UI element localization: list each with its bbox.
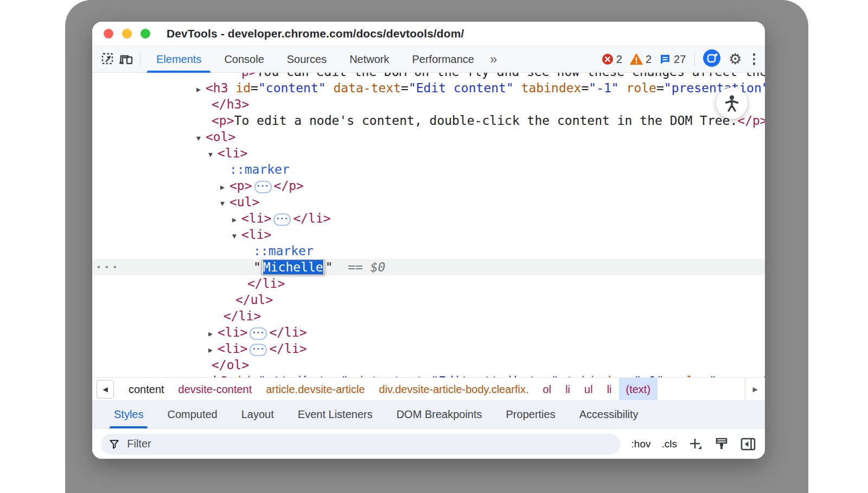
error-icon [602,53,614,65]
close-window-button[interactable] [104,29,113,39]
warnings-badge[interactable]: 2 [630,53,652,66]
inspect-element-icon[interactable] [99,50,117,68]
collapse-arrow-icon[interactable]: ▼ [220,195,229,212]
errors-badge[interactable]: 2 [602,53,622,66]
dom-tree-row[interactable]: <p>To edit a node's content, double-clic… [92,112,765,129]
panel-tab-strip: ElementsConsoleSourcesNetworkPerformance [145,46,486,72]
dom-tree-row[interactable]: ▼<li> [92,226,765,243]
dom-tree-row[interactable]: ▼<ol> [92,129,765,145]
dom-tree-row[interactable]: ▼<li> [92,145,765,161]
breadcrumb-item[interactable]: content [122,378,171,401]
dom-tree-row[interactable]: p>You can edit the DOM on the fly and se… [92,73,765,80]
code-segment: ::marker [229,162,290,176]
breadcrumb-scroll-left-button[interactable]: ◀ [97,380,114,399]
breadcrumb-item[interactable]: li [558,378,577,401]
dom-tree-row[interactable]: </h3> [92,96,765,112]
code-segment: = [656,81,664,95]
dom-tree-row[interactable]: </li> [92,275,765,292]
tab-layout[interactable]: Layout [229,400,286,428]
filter-field[interactable] [101,434,621,454]
dom-tree-row[interactable]: ::marker [92,243,765,259]
code-segment: data-text [333,81,401,95]
tab-properties[interactable]: Properties [494,400,567,428]
inline-expand-button[interactable]: ••• [254,181,272,193]
tab-dom-breakpoints[interactable]: DOM Breakpoints [385,400,494,428]
dom-tree-row[interactable]: ▶<li>•••</li> [92,324,765,340]
dom-tree-row[interactable]: </li> [92,308,765,324]
tab-computed[interactable]: Computed [155,400,229,428]
filter-funnel-icon [109,439,119,450]
code-segment: </h3> [212,97,249,111]
tab-performance[interactable]: Performance [401,46,486,72]
dom-tree-row[interactable]: </ul> [92,292,765,308]
breadcrumb-item[interactable]: ul [577,378,600,401]
inline-expand-button[interactable]: ••• [250,344,267,356]
expand-arrow-icon[interactable]: ▶ [208,326,218,342]
devtools-toolbar: ElementsConsoleSourcesNetworkPerformance… [92,46,765,73]
dom-tree-row[interactable]: ▶<h3 id="content" data-text="Edit conten… [92,80,765,96]
more-options-kebab-icon[interactable] [750,53,759,65]
rendering-brush-icon[interactable] [714,437,729,452]
dom-tree-row[interactable]: ···"Michelle" == $0 [92,259,765,275]
breadcrumb-item[interactable]: ol [536,378,559,401]
collapse-arrow-icon[interactable]: ▼ [208,147,218,163]
tab-accessibility[interactable]: Accessibility [567,400,650,428]
breadcrumb-item[interactable]: devsite-content [171,378,259,401]
inline-expand-button[interactable]: ••• [273,213,291,226]
code-segment: "presentation" [664,81,765,95]
code-segment: " [253,260,261,274]
more-actions-icon[interactable]: ··· [95,259,119,275]
ellipsis-dots-icon: ••• [257,183,269,189]
settings-gear-icon[interactable]: ⚙ [729,52,742,67]
expand-arrow-icon[interactable]: ▶ [232,212,241,228]
tab-styles[interactable]: Styles [102,400,155,428]
accessibility-button[interactable] [716,87,748,119]
ellipsis-dots-icon: ••• [252,330,265,336]
zoom-window-button[interactable] [141,29,150,39]
more-tabs-icon[interactable]: » [486,52,501,67]
tab-event-listeners[interactable]: Event Listeners [286,400,385,428]
inline-expand-button[interactable]: ••• [250,327,267,340]
code-segment: <p> [212,113,234,128]
code-segment [333,260,348,274]
breadcrumb-scroll-right-button[interactable]: ▶ [745,378,765,401]
dom-tree-row[interactable]: ::marker [92,161,765,178]
breadcrumb-item[interactable]: li [600,378,619,401]
code-segment: p> [241,73,257,79]
breadcrumb-item[interactable]: (text) [619,378,658,401]
tab-sources[interactable]: Sources [276,46,338,72]
class-toggle[interactable]: .cls [662,438,678,450]
dom-tree-row[interactable]: </ol> [92,357,765,373]
expand-arrow-icon[interactable]: ▶ [196,81,206,98]
ai-assistance-icon[interactable] [703,49,721,69]
code-segment: = [581,81,589,95]
dom-tree-row[interactable]: ▶<li>•••</li> [92,210,765,226]
breadcrumb-item[interactable]: article.devsite-article [259,378,372,401]
pseudo-state-toggle[interactable]: :hov [631,438,651,450]
breadcrumb-bar: ◀ contentdevsite-contentarticle.devsite-… [92,377,765,401]
dom-tree-row[interactable]: ▶<h3 id="attributes" data-text="Edit att… [92,373,765,377]
filter-input[interactable] [126,437,612,451]
dom-tree-row[interactable]: ▶<li>•••</li> [92,340,765,357]
tab-network[interactable]: Network [338,46,400,72]
toggle-sidebar-icon[interactable] [740,437,756,452]
device-toolbar-icon[interactable] [117,50,136,68]
expand-arrow-icon[interactable]: ▶ [220,179,229,195]
issues-badge[interactable]: 27 [659,53,686,66]
dom-tree-row[interactable]: ▼<ul> [92,194,765,210]
minimize-window-button[interactable] [122,29,132,39]
breadcrumb: contentdevsite-contentarticle.devsite-ar… [122,378,658,401]
collapse-arrow-icon[interactable]: ▼ [232,228,241,244]
new-style-rule-button[interactable] [688,437,703,452]
inline-edit-box[interactable]: Michelle [261,260,325,275]
expand-arrow-icon[interactable]: ▶ [208,342,218,358]
tab-console[interactable]: Console [213,46,275,72]
code-segment: </li> [269,325,307,339]
devtools-window: DevTools - developer.chrome.com/docs/dev… [92,22,765,459]
code-segment: <ul> [229,195,259,209]
breadcrumb-item[interactable]: div.devsite-article-body.clearfix. [372,378,536,401]
ellipsis-dots-icon: ••• [252,346,265,352]
tab-elements[interactable]: Elements [145,46,213,72]
dom-tree-row[interactable]: ▶<p>•••</p> [92,178,765,194]
collapse-arrow-icon[interactable]: ▼ [196,130,206,147]
